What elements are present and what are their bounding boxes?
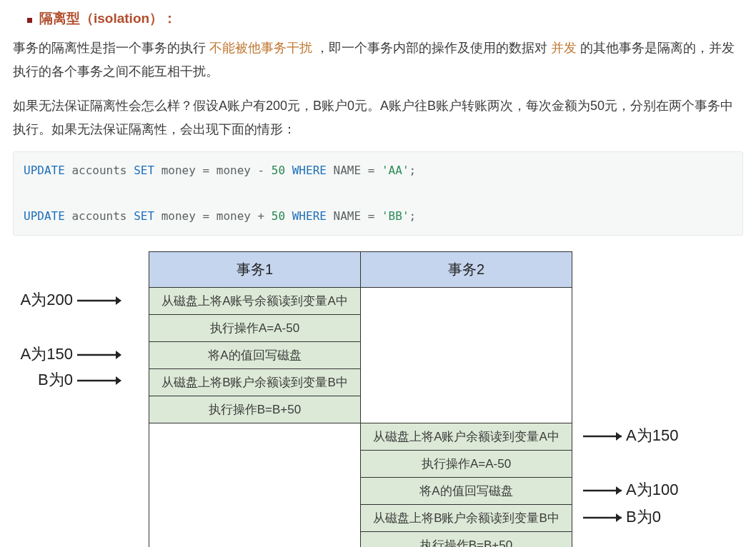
annot-text: A为200 <box>21 286 73 315</box>
svg-marker-3 <box>116 351 121 359</box>
annot-left-1: A为200 <box>7 286 121 315</box>
sql-code-block: UPDATE accounts SET money = money - 50 W… <box>13 151 743 236</box>
code-txt: accounts <box>65 164 134 177</box>
code-op: = <box>368 209 375 223</box>
p1-hl2: 并发 <box>551 41 580 55</box>
paragraph-1: 事务的隔离性是指一个事务的执行 不能被他事务干扰 ，即一个事务内部的操作及使用的… <box>13 36 743 84</box>
tx1-step: 从磁盘上将A账号余额读到变量A中 <box>149 288 361 315</box>
tx2-step: 将A的值回写磁盘 <box>361 478 572 505</box>
annot-text: A为150 <box>21 340 73 369</box>
code-kw: WHERE <box>292 164 327 177</box>
arrow-left-icon <box>77 295 121 306</box>
diagram-wrapper: A为200 A为150 B为0 A为150 A为100 B为0 <box>13 251 743 547</box>
paragraph-2: 如果无法保证隔离性会怎么样？假设A账户有200元，B账户0元。A账户往B账户转账… <box>13 94 743 142</box>
annot-right-2: A为100 <box>577 476 756 505</box>
table-row: 从磁盘上将A账号余额读到变量A中 <box>149 288 572 315</box>
code-txt: NAME <box>327 209 368 223</box>
code-op: = <box>202 164 209 177</box>
tx2-step: 执行操作B=B+50 <box>361 532 572 547</box>
annot-left-2: A为150 <box>7 340 121 369</box>
code-txt: money <box>209 164 257 177</box>
code-kw: UPDATE <box>24 164 65 177</box>
bullet-icon <box>27 18 32 23</box>
arrow-left-icon <box>77 349 121 361</box>
code-op: - <box>258 164 265 177</box>
p1-hl1: 不能被他事务干扰 <box>209 41 316 55</box>
tx1-step: 将A的值回写磁盘 <box>149 342 361 369</box>
svg-marker-12 <box>616 513 622 522</box>
arrow-left-icon <box>77 375 121 386</box>
tx2-step: 从磁盘上将A账户余额读到变量A中 <box>361 423 572 451</box>
svg-marker-7 <box>577 432 583 441</box>
code-sp <box>285 209 292 223</box>
code-op: = <box>368 164 375 177</box>
tx2-step: 从磁盘上将B账户余额读到变量B中 <box>361 505 572 532</box>
code-str: 'AA' <box>382 164 409 177</box>
code-txt: NAME <box>327 164 368 177</box>
code-end: ; <box>409 209 417 223</box>
code-sp <box>374 209 382 223</box>
p1-b: ，即一个事务内部的操作及使用的数据对 <box>316 41 551 55</box>
code-sp <box>374 164 382 177</box>
header-tx1: 事务1 <box>149 252 361 288</box>
heading-row: 隔离型（isolation）： <box>27 6 743 31</box>
tx1-step: 执行操作B=B+50 <box>149 396 361 423</box>
code-sp <box>285 164 292 177</box>
code-num: 50 <box>272 209 285 223</box>
code-str: 'BB' <box>382 209 409 223</box>
annot-text: B为0 <box>38 366 73 395</box>
code-kw: SET <box>134 164 154 177</box>
tx1-step: 从磁盘上将B账户余额读到变量B中 <box>149 369 361 396</box>
svg-marker-8 <box>616 432 622 441</box>
table-header-row: 事务1 事务2 <box>149 252 572 288</box>
tx1-empty <box>149 423 361 547</box>
svg-marker-1 <box>116 296 121 305</box>
annot-text: A为100 <box>626 476 678 505</box>
tx1-step: 执行操作A=A-50 <box>149 315 361 342</box>
annot-text: B为0 <box>626 503 661 532</box>
code-op: = <box>202 209 209 223</box>
annot-right-3: B为0 <box>577 503 756 532</box>
arrow-right-icon <box>577 485 622 496</box>
code-txt: money <box>209 209 257 223</box>
code-sp <box>264 209 272 223</box>
svg-marker-5 <box>116 376 121 385</box>
code-kw: SET <box>134 209 154 223</box>
code-op: + <box>258 209 265 223</box>
code-txt: money <box>154 209 202 223</box>
p1-a: 事务的隔离性是指一个事务的执行 <box>13 41 209 55</box>
tx2-empty <box>361 288 572 423</box>
table-row: 从磁盘上将A账户余额读到变量A中 <box>149 423 572 451</box>
tx2-step: 执行操作A=A-50 <box>361 451 572 478</box>
header-tx2: 事务2 <box>361 252 572 288</box>
annot-text: A为150 <box>626 421 678 451</box>
annot-left-3: B为0 <box>7 366 121 395</box>
code-kw: UPDATE <box>24 209 65 223</box>
heading-text: 隔离型（isolation）： <box>39 6 176 31</box>
arrow-right-icon <box>577 512 622 523</box>
code-num: 50 <box>272 164 285 177</box>
code-txt: money <box>154 164 202 177</box>
code-txt: accounts <box>65 209 134 223</box>
arrow-right-icon <box>577 431 622 442</box>
svg-marker-10 <box>616 486 622 495</box>
code-end: ; <box>409 164 417 177</box>
code-sp <box>264 164 272 177</box>
transaction-table: 事务1 事务2 从磁盘上将A账号余额读到变量A中 执行操作A=A-50 将A的值… <box>149 251 572 547</box>
code-kw: WHERE <box>292 209 327 223</box>
annot-right-1: A为150 <box>577 421 756 451</box>
